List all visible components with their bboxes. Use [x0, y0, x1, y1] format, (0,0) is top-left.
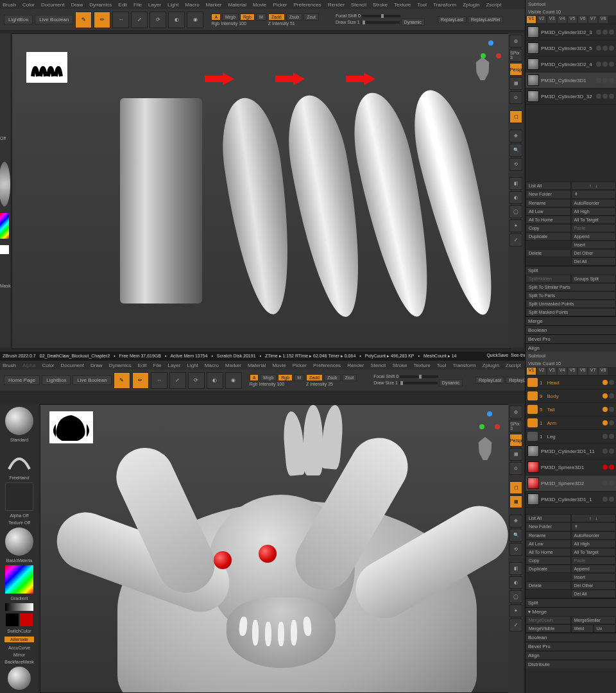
- mergesimilar-button[interactable]: MergeSimilar: [571, 616, 617, 624]
- persp-button[interactable]: Persp: [509, 63, 522, 76]
- delete-button[interactable]: Delete: [526, 249, 571, 257]
- paste-button[interactable]: Paste: [571, 556, 617, 565]
- zadd-button[interactable]: Zadd: [306, 374, 323, 381]
- distribute-section[interactable]: Distribute: [526, 660, 616, 669]
- frame-button[interactable]: ▢: [509, 110, 522, 123]
- merge-section[interactable]: ▾ Merge: [526, 607, 616, 616]
- replaylast-button[interactable]: ReplayLast: [438, 16, 466, 23]
- backface-button[interactable]: BackfaceMask: [4, 660, 34, 664]
- menu-stroke[interactable]: Stroke: [373, 2, 388, 8]
- move-mode-icon[interactable]: ↔: [112, 12, 129, 28]
- boolean-section[interactable]: Boolean: [526, 325, 616, 334]
- spix-label[interactable]: SPix 3: [509, 49, 522, 62]
- bpr-icon[interactable]: ◍: [509, 35, 522, 47]
- vtab-8[interactable]: V8: [599, 16, 608, 23]
- menu-tool[interactable]: Tool: [417, 2, 427, 8]
- replaylastrel-button[interactable]: ReplayLastRel: [468, 16, 504, 23]
- viewport[interactable]: [12, 33, 511, 349]
- listall-button[interactable]: List All: [526, 182, 571, 190]
- duplicate-button[interactable]: Duplicate: [526, 565, 571, 573]
- vtab-8[interactable]: V8: [599, 368, 608, 375]
- vtab-7[interactable]: V7: [588, 368, 597, 375]
- rotate-mode-icon[interactable]: ⟳: [150, 12, 166, 28]
- mirror-button[interactable]: Mirror: [13, 653, 25, 657]
- alllow-button[interactable]: All Low: [526, 207, 571, 216]
- replaylast-button[interactable]: ReplayLast: [475, 377, 504, 384]
- subtool-item[interactable]: PM3D_Cylinder3D1_11: [526, 443, 616, 459]
- axis-gizmo[interactable]: [481, 38, 506, 64]
- mrgb-a-button[interactable]: A: [211, 13, 221, 21]
- delother-button[interactable]: Del Other: [571, 249, 617, 257]
- sculptris-icon[interactable]: ◐: [168, 12, 185, 28]
- menu-zscript[interactable]: Zscript: [486, 2, 501, 8]
- menu-render[interactable]: Render: [328, 2, 345, 8]
- subtool-item[interactable]: PM3D_Sphere3D2: [526, 475, 616, 492]
- alternate-button[interactable]: Alternate: [4, 636, 35, 643]
- merge-section[interactable]: Merge: [526, 316, 616, 325]
- alltohome-button[interactable]: All To Home: [526, 216, 571, 224]
- switchcolor-button[interactable]: SwitchColor: [7, 629, 31, 633]
- rgb-button[interactable]: Rgb: [278, 374, 293, 381]
- zoom-button[interactable]: ⤢: [509, 619, 522, 631]
- folder-item[interactable]: 5Tail: [526, 403, 616, 416]
- vtab-6[interactable]: V6: [578, 368, 587, 375]
- alltohome-button[interactable]: All To Home: [526, 548, 571, 556]
- split-section[interactable]: Split: [526, 598, 616, 607]
- insert-button[interactable]: Insert: [571, 241, 617, 249]
- mrgb-button[interactable]: Mrgb: [222, 13, 239, 21]
- z-intensity-label[interactable]: Z Intensity 25: [306, 382, 357, 386]
- sculptris-icon[interactable]: ◐: [207, 372, 223, 389]
- vtab-6[interactable]: V6: [578, 16, 587, 23]
- menu-brush[interactable]: Brush: [3, 2, 16, 8]
- vtab-1[interactable]: V1: [527, 368, 536, 375]
- vtab-2[interactable]: V2: [537, 16, 546, 23]
- subtool-item[interactable]: PM3D_Cylinder3D2_5: [526, 40, 616, 56]
- vtab-3[interactable]: V3: [547, 16, 556, 23]
- move-mode-icon[interactable]: ↔: [151, 372, 167, 389]
- floor-button[interactable]: ▦: [509, 448, 522, 461]
- newfolder-button[interactable]: New Folder: [526, 190, 571, 199]
- menu-transform[interactable]: Transform: [433, 2, 456, 8]
- groupssplit-button[interactable]: Groups Split: [571, 275, 617, 283]
- subtool-item[interactable]: PM3D_Sphere3D1: [526, 459, 616, 475]
- zsub-button[interactable]: Zsub: [324, 374, 341, 381]
- folder-item[interactable]: 1Arm: [526, 416, 616, 430]
- m-button[interactable]: M: [294, 374, 304, 381]
- liveboolean-button[interactable]: Live Boolean: [73, 375, 111, 385]
- delother-button[interactable]: Del Other: [571, 581, 617, 590]
- folder-item[interactable]: 9Body: [526, 389, 616, 403]
- menu-color[interactable]: Color: [22, 2, 35, 8]
- zoom-button[interactable]: ⤢: [509, 234, 522, 246]
- menu-file[interactable]: File: [133, 2, 142, 8]
- scale-mode-icon[interactable]: ⤢: [169, 372, 186, 389]
- vtab-4[interactable]: V4: [558, 16, 567, 23]
- zoom-icon[interactable]: 🔍: [509, 529, 522, 542]
- rename-button[interactable]: Rename: [526, 199, 571, 207]
- menu-zplugin[interactable]: Zplugin: [463, 2, 479, 8]
- delete-button[interactable]: Delete: [526, 581, 571, 590]
- vtab-2[interactable]: V2: [537, 368, 546, 375]
- menu-texture[interactable]: Texture: [394, 2, 411, 8]
- axis-gizmo[interactable]: [479, 409, 505, 434]
- vtab-7[interactable]: V7: [588, 16, 597, 23]
- vtab-4[interactable]: V4: [558, 368, 567, 375]
- append-button[interactable]: Append: [571, 565, 617, 573]
- solo-button[interactable]: ◯: [509, 205, 522, 218]
- polyframe-button[interactable]: ▦: [509, 495, 522, 508]
- ghost-button[interactable]: ◐: [509, 191, 522, 204]
- autoreorder-button[interactable]: AutoReorder: [571, 199, 617, 207]
- folder-item[interactable]: 1Head: [526, 376, 616, 389]
- subtool-item[interactable]: PM3D_Cylinder3D2_3: [526, 24, 616, 40]
- alltotarget-button[interactable]: All To Target: [571, 216, 617, 224]
- focal-slider[interactable]: [400, 375, 438, 378]
- delall-button[interactable]: Del All: [571, 590, 617, 598]
- rotate-icon[interactable]: ⟲: [509, 158, 522, 171]
- vtab-5[interactable]: V5: [568, 368, 577, 375]
- color-picker[interactable]: [5, 565, 33, 594]
- menu-movie[interactable]: Movie: [253, 2, 266, 8]
- insert-button[interactable]: Insert: [571, 573, 617, 581]
- viewport[interactable]: [40, 404, 509, 693]
- dynamesh-icon[interactable]: ◉: [225, 372, 242, 389]
- m-button[interactable]: M: [256, 13, 266, 21]
- menu-light[interactable]: Light: [167, 2, 178, 8]
